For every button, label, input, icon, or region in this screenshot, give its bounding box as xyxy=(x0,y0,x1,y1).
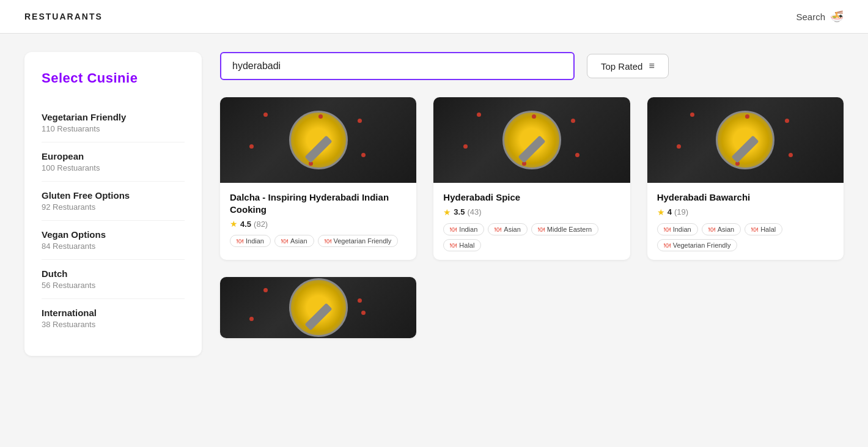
restaurant-name: Dalcha - Inspiring Hyderabadi Indian Coo… xyxy=(230,191,406,215)
tag-vegetarian-friendly: 🍽 Vegetarian Friendly xyxy=(318,235,399,247)
restaurant-card-hyderabadi-bawarchi[interactable]: Hyderabadi Bawarchi ★ 4 (19) 🍽 Indian 🍽 xyxy=(647,97,844,260)
restaurant-card-dalcha[interactable]: Dalcha - Inspiring Hyderabadi Indian Coo… xyxy=(220,97,416,260)
tag-indian: 🍽 Indian xyxy=(443,223,484,235)
filter-icon: ≡ xyxy=(649,61,654,72)
rating-value: 4.5 xyxy=(240,220,251,229)
tag-middle-eastern: 🍽 Middle Eastern xyxy=(531,223,598,235)
sidebar-item-name: Vegan Options xyxy=(42,229,185,240)
tags-row: 🍽 Indian 🍽 Asian 🍽 Vegetarian Friendly xyxy=(230,235,406,247)
restaurant-image xyxy=(220,277,416,338)
tag-vegetarian-friendly: 🍽 Vegetarian Friendly xyxy=(657,239,738,251)
search-wrapper xyxy=(220,52,575,80)
search-input[interactable] xyxy=(220,52,575,80)
filter-label: Top Rated xyxy=(601,61,642,72)
search-icon: 🍜 xyxy=(830,10,844,23)
star-icon: ★ xyxy=(443,207,451,217)
tag-icon: 🍽 xyxy=(664,242,671,249)
sidebar-item-name: Gluten Free Options xyxy=(42,190,185,201)
rating-count: (19) xyxy=(674,207,688,216)
tag-indian: 🍽 Indian xyxy=(657,223,698,235)
food-decoration xyxy=(433,97,630,183)
header: RESTUARANTS Search 🍜 xyxy=(0,0,868,34)
restaurant-card-body: Hyderabadi Spice ★ 3.5 (43) 🍽 Indian 🍽 xyxy=(433,183,630,260)
search-label: Search xyxy=(796,12,825,22)
restaurant-rating: ★ 3.5 (43) xyxy=(443,207,620,217)
star-icon: ★ xyxy=(230,219,238,229)
food-decoration xyxy=(647,97,844,183)
tag-icon: 🍽 xyxy=(281,237,288,245)
restaurant-rating: ★ 4.5 (82) xyxy=(230,219,406,229)
tag-halal: 🍽 Halal xyxy=(443,239,481,251)
tag-icon: 🍽 xyxy=(450,226,457,233)
restaurant-image xyxy=(647,97,844,183)
sidebar-item-count: 92 Restuarants xyxy=(42,202,185,212)
sidebar-item-european[interactable]: European 100 Restuarants xyxy=(42,142,185,182)
sidebar-item-count: 84 Restuarants xyxy=(42,242,185,251)
tags-row: 🍽 Indian 🍽 Asian 🍽 Halal 🍽 xyxy=(657,223,834,251)
food-decoration xyxy=(220,97,416,183)
restaurant-name: Hyderabadi Spice xyxy=(443,191,620,204)
tag-icon: 🍽 xyxy=(495,226,501,233)
food-decoration xyxy=(220,277,416,338)
tag-asian: 🍽 Asian xyxy=(488,223,528,235)
sidebar-item-vegan[interactable]: Vegan Options 84 Restuarants xyxy=(42,221,185,260)
restaurant-name: Hyderabadi Bawarchi xyxy=(657,191,834,204)
restaurant-image xyxy=(433,97,630,183)
tag-asian: 🍽 Asian xyxy=(702,223,741,235)
tag-icon: 🍽 xyxy=(450,242,457,249)
tag-halal: 🍽 Halal xyxy=(745,223,782,235)
tag-icon: 🍽 xyxy=(325,237,331,245)
star-icon: ★ xyxy=(657,207,665,217)
top-rated-filter-button[interactable]: Top Rated ≡ xyxy=(587,54,669,78)
sidebar-item-international[interactable]: International 38 Restuarants xyxy=(42,299,185,338)
tag-asian: 🍽 Asian xyxy=(274,235,314,247)
sidebar-item-count: 100 Restuarants xyxy=(42,163,185,172)
sidebar-item-vegetarian-friendly[interactable]: Vegetarian Friendly 110 Restuarants xyxy=(42,103,185,142)
app-logo: RESTUARANTS xyxy=(24,12,103,21)
restaurant-card-hyderabadi-spice[interactable]: Hyderabadi Spice ★ 3.5 (43) 🍽 Indian 🍽 xyxy=(433,97,630,260)
restaurant-card-body: Dalcha - Inspiring Hyderabadi Indian Coo… xyxy=(220,183,416,256)
sidebar-item-name: International xyxy=(42,308,185,318)
tag-icon: 🍽 xyxy=(751,226,758,233)
tag-icon: 🍽 xyxy=(708,226,715,233)
sidebar-item-dutch[interactable]: Dutch 56 Restuarants xyxy=(42,260,185,299)
sidebar-item-name: Dutch xyxy=(42,268,185,279)
rating-count: (43) xyxy=(467,207,481,216)
sidebar: Select Cusinie Vegetarian Friendly 110 R… xyxy=(24,52,202,356)
sidebar-title: Select Cusinie xyxy=(42,70,185,86)
restaurant-rating: ★ 4 (19) xyxy=(657,207,834,217)
tag-indian: 🍽 Indian xyxy=(230,235,271,247)
main-content: Top Rated ≡ Dalch xyxy=(202,52,844,356)
tag-icon: 🍽 xyxy=(664,226,671,233)
rating-value: 3.5 xyxy=(454,207,465,216)
sidebar-item-name: European xyxy=(42,151,185,161)
sidebar-item-gluten-free[interactable]: Gluten Free Options 92 Restuarants xyxy=(42,182,185,221)
rating-value: 4 xyxy=(668,207,672,216)
restaurant-card-4[interactable] xyxy=(220,277,416,338)
sidebar-item-name: Vegetarian Friendly xyxy=(42,112,185,122)
main-layout: Select Cusinie Vegetarian Friendly 110 R… xyxy=(0,34,868,374)
restaurant-grid: Dalcha - Inspiring Hyderabadi Indian Coo… xyxy=(220,97,844,338)
header-search-button[interactable]: Search 🍜 xyxy=(796,10,844,23)
rating-count: (82) xyxy=(254,220,268,229)
restaurant-card-body: Hyderabadi Bawarchi ★ 4 (19) 🍽 Indian 🍽 xyxy=(647,183,844,260)
tag-icon: 🍽 xyxy=(538,226,545,233)
restaurant-image xyxy=(220,97,416,183)
sidebar-item-count: 56 Restuarants xyxy=(42,281,185,290)
tags-row: 🍽 Indian 🍽 Asian 🍽 Middle Eastern � xyxy=(443,223,620,251)
tag-icon: 🍽 xyxy=(237,237,243,245)
sidebar-item-count: 38 Restuarants xyxy=(42,320,185,329)
search-filter-row: Top Rated ≡ xyxy=(220,52,844,80)
sidebar-item-count: 110 Restuarants xyxy=(42,124,185,133)
